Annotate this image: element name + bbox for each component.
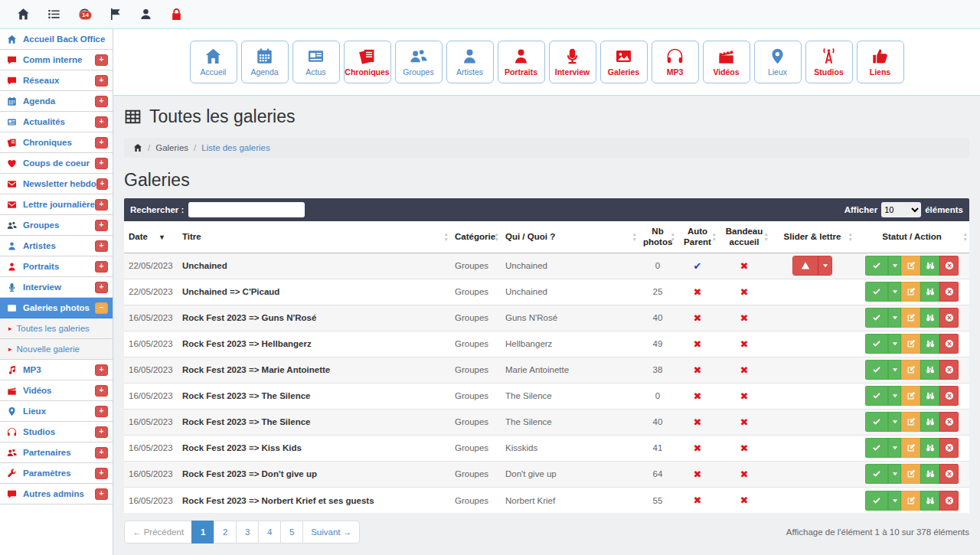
expand-toggle[interactable]: +	[95, 426, 108, 438]
home-icon[interactable]	[133, 143, 142, 152]
column-header-bandeau-accueil[interactable]: Bandeau accueil▲▼	[718, 221, 770, 253]
preview-button[interactable]	[920, 438, 939, 458]
sidebar-subitem-nouvelle-galerie[interactable]: ▸Nouvelle galerie	[0, 339, 113, 360]
expand-toggle[interactable]: +	[95, 468, 108, 479]
pagination-page-2[interactable]: 2	[214, 521, 237, 544]
sidebar-item-chroniques[interactable]: Chroniques+	[0, 132, 113, 153]
preview-button[interactable]	[920, 412, 939, 432]
expand-toggle[interactable]: +	[95, 137, 108, 149]
status-active-button[interactable]	[865, 386, 888, 406]
pagination-prev[interactable]: ← Précédent	[124, 521, 192, 544]
toolbar-button-chroniques[interactable]: Chroniques	[344, 41, 391, 83]
preview-button[interactable]	[920, 334, 939, 354]
sidebar-item-lieux[interactable]: Lieux+	[0, 401, 113, 422]
expand-toggle[interactable]: +	[96, 178, 108, 190]
slider-warning-button[interactable]	[792, 256, 832, 276]
sidebar-item-artistes[interactable]: Artistes+	[0, 236, 113, 256]
expand-toggle[interactable]: +	[95, 75, 108, 87]
edit-button[interactable]	[901, 464, 920, 484]
toolbar-button-artistes[interactable]: Artistes	[446, 41, 494, 83]
sidebar-item-newsletter-hebdo[interactable]: Newsletter hebdo+	[0, 174, 113, 194]
sidebar-item-galeries-photos[interactable]: Galeries photos−	[0, 298, 113, 318]
status-active-button[interactable]	[865, 334, 888, 354]
toolbar-button-studios[interactable]: Studios	[805, 41, 853, 83]
column-header-qui-quoi[interactable]: Qui / Quoi ?▲▼	[501, 221, 639, 253]
preview-button[interactable]	[920, 256, 939, 276]
preview-button[interactable]	[920, 464, 939, 484]
preview-button[interactable]	[920, 386, 939, 406]
sidebar-item-accueil-back-office[interactable]: Accueil Back Office	[0, 29, 113, 50]
delete-button[interactable]	[939, 308, 959, 328]
delete-button[interactable]	[939, 256, 959, 276]
status-dropdown-button[interactable]	[888, 491, 901, 511]
edit-button[interactable]	[901, 334, 920, 354]
breadcrumb-liste-des-galeries[interactable]: Liste des galeries	[201, 143, 270, 152]
sidebar-item-groupes[interactable]: Groupes+	[0, 215, 113, 236]
toolbar-button-actus[interactable]: Actus	[292, 41, 340, 83]
sidebar-item-studios[interactable]: Studios+	[0, 422, 113, 442]
sidebar-item-partenaires[interactable]: Partenaires+	[0, 442, 113, 463]
sidebar-item-interview[interactable]: Interview+	[0, 277, 113, 298]
expand-toggle[interactable]: +	[95, 158, 108, 169]
sidebar-item-autres-admins[interactable]: Autres admins+	[0, 484, 113, 504]
sidebar-item-portraits[interactable]: Portraits+	[0, 256, 113, 277]
delete-button[interactable]	[939, 282, 959, 302]
toolbar-button-galeries[interactable]: Galeries	[600, 41, 648, 83]
toolbar-button-accueil[interactable]: Accueil	[190, 41, 237, 83]
status-dropdown-button[interactable]	[888, 438, 901, 458]
expand-toggle[interactable]: +	[95, 364, 108, 376]
toolbar-button-mp3[interactable]: MP3	[652, 41, 699, 83]
delete-button[interactable]	[939, 438, 959, 458]
column-header-categorie[interactable]: Catégorie▲▼	[450, 221, 501, 253]
status-active-button[interactable]	[865, 438, 888, 458]
edit-button[interactable]	[901, 256, 920, 276]
toolbar-button-liens[interactable]: Liens	[857, 41, 904, 83]
status-dropdown-button[interactable]	[888, 386, 901, 406]
column-header-auto-parent[interactable]: Auto Parent▲▼	[677, 221, 718, 253]
status-dropdown-button[interactable]	[888, 464, 901, 484]
sidebar-item-mp3[interactable]: MP3+	[0, 360, 113, 380]
pagination-page-4[interactable]: 4	[258, 521, 281, 544]
status-dropdown-button[interactable]	[888, 308, 901, 328]
expand-toggle[interactable]: +	[95, 282, 108, 293]
search-input[interactable]	[188, 202, 305, 217]
toolbar-button-portraits[interactable]: Portraits	[498, 41, 545, 83]
expand-toggle[interactable]: +	[95, 116, 108, 128]
expand-toggle[interactable]: +	[95, 54, 108, 66]
preview-button[interactable]	[920, 360, 939, 380]
pagination-page-1[interactable]: 1	[191, 521, 214, 544]
status-active-button[interactable]	[865, 256, 888, 276]
status-active-button[interactable]	[865, 464, 888, 484]
expand-toggle[interactable]: +	[95, 385, 108, 397]
expand-toggle[interactable]: +	[95, 261, 108, 273]
preview-button[interactable]	[920, 282, 939, 302]
sidebar-item-comm-interne[interactable]: Comm interne+	[0, 50, 113, 70]
expand-toggle[interactable]: +	[95, 447, 108, 459]
delete-button[interactable]	[939, 334, 959, 354]
expand-toggle[interactable]: −	[95, 302, 108, 314]
preview-button[interactable]	[920, 308, 939, 328]
sidebar-item-actualites[interactable]: Actualités+	[0, 112, 113, 132]
edit-button[interactable]	[901, 282, 920, 302]
pagination-page-3[interactable]: 3	[236, 521, 259, 544]
sidebar-item-agenda[interactable]: Agenda+	[0, 91, 113, 112]
breadcrumb-galeries[interactable]: Galeries	[155, 143, 188, 152]
sidebar-item-videos[interactable]: Vidéos+	[0, 380, 113, 401]
edit-button[interactable]	[901, 360, 920, 380]
status-active-button[interactable]	[865, 308, 888, 328]
expand-toggle[interactable]: +	[95, 240, 108, 252]
page-size-select[interactable]: 10	[881, 202, 921, 217]
expand-toggle[interactable]: +	[95, 199, 108, 211]
sidebar-item-parametres[interactable]: Paramètres+	[0, 463, 113, 484]
edit-button[interactable]	[901, 438, 920, 458]
topbar-notifications-button[interactable]: 14	[78, 8, 91, 21]
topbar-user-button[interactable]	[139, 8, 152, 21]
expand-toggle[interactable]: +	[95, 220, 108, 231]
column-header-titre[interactable]: Titre▲▼	[178, 221, 450, 253]
status-dropdown-button[interactable]	[888, 412, 901, 432]
status-dropdown-button[interactable]	[888, 256, 901, 276]
expand-toggle[interactable]: +	[95, 96, 108, 107]
column-header-date[interactable]: Date▼	[124, 221, 178, 253]
toolbar-button-lieux[interactable]: Lieux	[754, 41, 802, 83]
topbar-flag-button[interactable]	[109, 8, 122, 21]
